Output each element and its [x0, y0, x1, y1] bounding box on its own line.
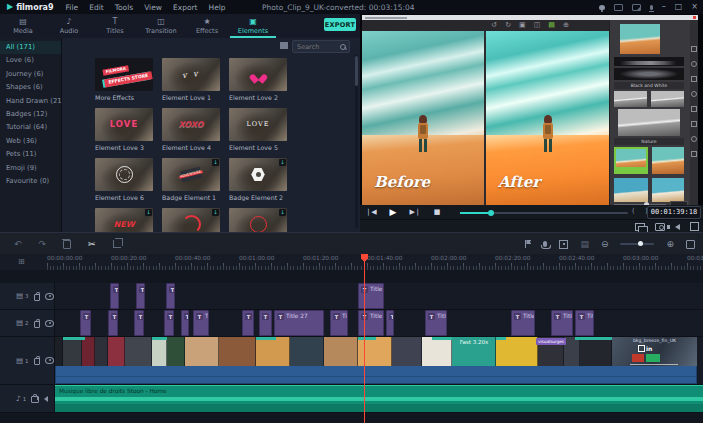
title-clip[interactable]: Title [108, 310, 118, 336]
minimize-button[interactable]: – [662, 2, 666, 12]
title-clip[interactable]: Title 27 [274, 310, 324, 336]
download-icon[interactable]: ↓ [145, 209, 152, 216]
title-clip[interactable]: Title 2 [330, 310, 348, 336]
category-item[interactable]: All (171) [0, 41, 61, 54]
category-item[interactable]: Shapes (6) [0, 81, 61, 94]
fullscreen-icon[interactable] [690, 222, 699, 231]
title-clip[interactable]: Title 27 [511, 310, 535, 336]
visibility-icon[interactable] [45, 320, 54, 327]
notification-icon[interactable] [599, 5, 605, 10]
grid-view-icon[interactable] [280, 42, 288, 49]
element-tile[interactable]: ↓ Element Love 2 [229, 58, 287, 101]
manage-tracks-icon[interactable]: ⊞ [18, 257, 25, 266]
menu-item[interactable]: View [144, 3, 162, 12]
stop-button[interactable]: ■ [426, 208, 448, 216]
next-frame-button[interactable]: ▶❘ [404, 208, 426, 216]
menu-item[interactable]: Edit [89, 3, 104, 12]
title-clip[interactable]: Title [358, 283, 384, 309]
title-clip[interactable]: Title [259, 310, 272, 336]
title-clip[interactable]: Title [80, 310, 91, 336]
end-clip[interactable]: bkg_breeze_fin_UK in [612, 337, 697, 366]
snap-button[interactable] [559, 240, 568, 249]
download-icon[interactable]: ↓ [279, 209, 286, 216]
timeline-ruler[interactable]: ⊞ 00:00:00:0000:00:20:0000:00:40:0000:01… [0, 254, 703, 271]
music-clip[interactable]: Musique libre de droits Stoon - Home [55, 385, 703, 412]
title-clip[interactable]: Title [136, 283, 145, 309]
seek-bar[interactable] [460, 212, 628, 214]
category-item[interactable]: Journey (6) [0, 68, 61, 81]
category-item[interactable]: Hand Drawn (21) [0, 95, 61, 108]
redo-button[interactable]: ↷ [39, 240, 47, 249]
split-scissors-button[interactable]: ✂ [88, 240, 96, 249]
mute-icon[interactable] [44, 396, 48, 402]
volume-icon[interactable] [675, 224, 680, 230]
element-tile[interactable]: LOVE ↓ Element Love 3 [95, 108, 153, 151]
menu-item[interactable]: Export [173, 3, 198, 12]
download-icon[interactable]: ↓ [212, 209, 219, 216]
search-input[interactable] [293, 43, 339, 51]
play-button[interactable]: ▶ [382, 207, 404, 217]
voiceover-icon[interactable] [650, 5, 653, 10]
menu-item[interactable]: File [66, 3, 79, 12]
title-clip[interactable]: Title [242, 310, 254, 336]
element-tile[interactable]: ↓ [162, 208, 220, 232]
element-tile[interactable]: LOVE ↓ Element Love 5 [229, 108, 287, 151]
video-filmstrip[interactable]: Fast 3.20x visualsurges bkg_breeze_fin_U… [0, 337, 703, 366]
tab-transition[interactable]: ◫ Transition [138, 14, 184, 38]
crop-button[interactable] [113, 240, 121, 248]
undo-button[interactable]: ↶ [14, 240, 22, 249]
element-tile[interactable]: ↓ Element Love 1 [162, 58, 220, 101]
snapshot-icon[interactable] [655, 223, 665, 231]
dual-screen-icon[interactable] [635, 223, 645, 231]
category-item[interactable]: Favourite (0) [0, 175, 61, 188]
category-item[interactable]: Tutorial (64) [0, 121, 61, 134]
lock-icon[interactable] [34, 294, 41, 301]
maximize-button[interactable]: □ [675, 2, 683, 12]
title-clip[interactable]: Title [164, 310, 174, 336]
lock-icon[interactable] [34, 321, 41, 328]
download-icon[interactable]: ↓ [212, 159, 219, 166]
visibility-icon[interactable] [45, 357, 54, 364]
search-box[interactable] [292, 40, 350, 53]
tab-elements[interactable]: ▣ Elements [230, 14, 276, 38]
tab-titles[interactable]: T Titles [92, 14, 138, 38]
export-button[interactable]: EXPORT [324, 18, 356, 31]
element-tile[interactable]: XOXO ↓ Element Love 4 [162, 108, 220, 151]
category-item[interactable]: Love (6) [0, 54, 61, 67]
grid-scrollbar[interactable] [355, 54, 358, 228]
title-clip[interactable]: Title [166, 283, 175, 309]
zoom-fit-button[interactable] [686, 240, 695, 249]
category-item[interactable]: Pets (11) [0, 148, 61, 161]
element-tile[interactable]: NEW ↓ [95, 208, 153, 232]
visibility-icon[interactable] [45, 293, 54, 300]
zoom-out-button[interactable]: ⊖ [601, 240, 609, 249]
preview-video[interactable]: ↺ ↻ ▣ ◫ ▤ ⊕ Before [362, 15, 698, 205]
tab-audio[interactable]: ♪ Audio [46, 14, 92, 38]
title-clip[interactable]: Title [575, 310, 594, 336]
title-clip[interactable]: Title [425, 310, 447, 336]
element-tile[interactable]: ↓ Element Love 6 [95, 158, 153, 201]
tab-media[interactable]: ▤ Media [0, 14, 46, 38]
screen-record-icon[interactable] [632, 4, 641, 11]
element-tile[interactable]: FILMORA EFFECTS STORE ↓ More Effects [95, 58, 153, 101]
category-item[interactable]: Web (36) [0, 135, 61, 148]
record-voiceover-button[interactable] [543, 241, 547, 247]
layout-icon[interactable] [614, 4, 623, 11]
element-tile[interactable]: ↓ Badge Element 2 [229, 158, 287, 201]
title-clip[interactable]: Title [358, 310, 384, 336]
menu-item[interactable]: Tools [115, 3, 133, 12]
zoom-in-button[interactable]: ⊕ [666, 240, 674, 249]
category-item[interactable]: Badges (12) [0, 108, 61, 121]
marker-button[interactable] [525, 240, 531, 248]
title-clip[interactable]: Title [193, 310, 209, 336]
download-icon[interactable]: ↓ [279, 159, 286, 166]
menu-item[interactable]: Help [209, 3, 226, 12]
element-tile[interactable]: ADVENTURE ↓ Badge Element 1 [162, 158, 220, 201]
category-item[interactable]: Emoji (9) [0, 162, 61, 175]
close-button[interactable]: × [691, 2, 698, 12]
tab-effects[interactable]: ★ Effects [184, 14, 230, 38]
lock-icon[interactable] [34, 358, 41, 365]
previous-frame-button[interactable]: ❘◀ [360, 208, 382, 216]
title-clip[interactable]: Title [386, 310, 394, 336]
title-clip[interactable]: Title [181, 310, 189, 336]
